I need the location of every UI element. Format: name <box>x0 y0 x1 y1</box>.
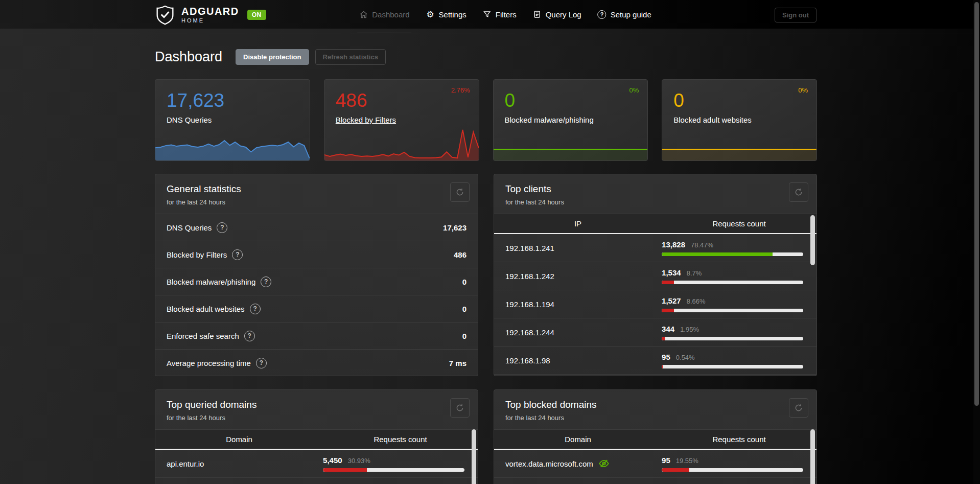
requests-count: 1,534 <box>662 268 681 277</box>
stat-label: DNS Queries? <box>167 222 227 233</box>
nav-item-dashboard[interactable]: Dashboard <box>359 10 409 19</box>
stat-label: Blocked malware/phishing? <box>167 276 271 287</box>
progress-bar <box>662 252 803 256</box>
client-ip[interactable]: 192.168.1.241 <box>505 244 554 252</box>
stat-row: Blocked malware/phishing? 0 <box>155 268 478 295</box>
refresh-panel-button[interactable] <box>789 182 808 202</box>
column-header-ip: IP <box>494 219 662 228</box>
requests-percent: 78.47% <box>691 241 713 249</box>
requests-percent: 1.95% <box>680 326 699 333</box>
nav-item-label: Dashboard <box>372 10 409 19</box>
top-navigation: Dashboard ⚙ Settings Filters <box>359 0 651 29</box>
progress-bar-fill <box>662 252 773 256</box>
eye-off-icon[interactable] <box>598 458 610 469</box>
help-icon[interactable]: ? <box>250 304 261 314</box>
help-icon[interactable]: ? <box>232 249 243 260</box>
page-header: Dashboard Disable protection Refresh sta… <box>155 49 817 65</box>
shield-check-icon <box>155 4 175 26</box>
blocked-malware-sparkline <box>494 129 648 160</box>
brand-name: ADGUARD <box>181 6 239 16</box>
stat-value: 0 <box>462 332 466 340</box>
stat-label-text: Blocked by Filters <box>167 250 227 259</box>
blocked-filters-percent: 2.76% <box>451 86 470 94</box>
panel-scrollbar-thumb[interactable] <box>810 429 815 484</box>
blocked-adult-label[interactable]: Blocked adult websites <box>673 116 752 124</box>
stat-label: Blocked by Filters? <box>167 249 243 260</box>
stat-value: 17,623 <box>443 223 466 232</box>
table-row: vortex.data.microsoft.com 9519.55% <box>494 450 816 478</box>
panel-subtitle: for the last 24 hours <box>167 414 466 422</box>
panel-scrollbar-thumb[interactable] <box>472 429 476 484</box>
progress-bar-fill <box>662 468 689 472</box>
brand-logo[interactable]: ADGUARD HOME ON <box>155 4 266 26</box>
card-blocked-malware: 0 Blocked malware/phishing 0% <box>493 79 648 161</box>
sign-out-button[interactable]: Sign out <box>775 8 816 22</box>
brand-subtitle: HOME <box>181 18 239 24</box>
protection-status-badge: ON <box>247 10 266 20</box>
dns-queries-label[interactable]: DNS Queries <box>167 116 212 124</box>
nav-item-setup-guide[interactable]: ? Setup guide <box>598 10 651 19</box>
column-header-domain: Domain <box>494 435 662 444</box>
browser-scrollbar-thumb[interactable] <box>974 2 979 406</box>
adguard-home-dashboard: ADGUARD HOME ON Dashboard ⚙ Settings <box>0 0 980 484</box>
refresh-icon <box>455 403 464 412</box>
requests-count: 95 <box>662 456 670 465</box>
stat-cards: 17,623 DNS Queries 486 Blocked by Filter… <box>155 79 817 161</box>
client-ip[interactable]: 192.168.1.98 <box>505 356 550 365</box>
bottom-panels: Top queried domains for the last 24 hour… <box>155 389 817 484</box>
document-icon <box>533 10 542 19</box>
requests-percent: 19.55% <box>676 457 698 465</box>
progress-bar <box>662 365 803 368</box>
help-icon[interactable]: ? <box>261 276 271 287</box>
client-ip[interactable]: 192.168.1.244 <box>505 328 554 337</box>
column-header-requests: Requests count <box>662 219 816 228</box>
blocked-filters-link[interactable]: Blocked by Filters <box>336 116 396 124</box>
top-blocked-domains-panel: Top blocked domains for the last 24 hour… <box>494 389 817 484</box>
panel-header: Top blocked domains for the last 24 hour… <box>494 390 816 429</box>
nav-item-label: Query Log <box>546 10 581 19</box>
refresh-icon <box>794 188 803 197</box>
help-icon[interactable]: ? <box>217 222 227 233</box>
column-header-requests: Requests count <box>662 435 816 444</box>
disable-protection-button[interactable]: Disable protection <box>236 49 309 65</box>
stat-row: Enforced safe search? 0 <box>155 322 478 349</box>
nav-item-query-log[interactable]: Query Log <box>533 10 581 19</box>
panel-scrollbar-thumb[interactable] <box>810 215 815 265</box>
nav-item-filters[interactable]: Filters <box>483 10 517 19</box>
stat-label-text: Enforced safe search <box>167 332 239 340</box>
table-header: Domain Requests count <box>494 429 816 450</box>
funnel-icon <box>483 10 492 19</box>
dns-queries-sparkline <box>155 129 310 160</box>
column-header-domain: Domain <box>155 435 323 444</box>
blocked-adult-value: 0 <box>673 91 816 110</box>
help-icon[interactable]: ? <box>256 358 267 368</box>
refresh-statistics-button[interactable]: Refresh statistics <box>315 49 386 65</box>
refresh-panel-button[interactable] <box>789 398 808 418</box>
client-ip[interactable]: 192.168.1.194 <box>505 300 554 309</box>
stat-label-text: Average processing time <box>167 359 251 367</box>
refresh-panel-button[interactable] <box>450 182 470 202</box>
table-row: 192.168.1.241 13,82878.47% <box>494 234 816 262</box>
help-icon[interactable]: ? <box>244 331 255 341</box>
requests-percent: 30.93% <box>348 457 370 465</box>
requests-percent: 0.54% <box>676 354 695 361</box>
page-title: Dashboard <box>155 49 222 65</box>
table-header: IP Requests count <box>494 214 816 234</box>
top-queried-domains-panel: Top queried domains for the last 24 hour… <box>155 389 478 484</box>
stat-row: Blocked by Filters? 486 <box>155 241 478 268</box>
panel-header: Top clients for the last 24 hours <box>494 174 816 214</box>
panel-title: Top queried domains <box>167 399 466 410</box>
stat-row: Average processing time? 7 ms <box>155 349 478 376</box>
nav-item-settings[interactable]: ⚙ Settings <box>426 10 466 19</box>
blocked-malware-label[interactable]: Blocked malware/phishing <box>505 116 594 124</box>
refresh-panel-button[interactable] <box>450 398 470 418</box>
question-circle-icon: ? <box>598 10 606 19</box>
panel-title: General statistics <box>167 183 466 195</box>
panel-title: Top blocked domains <box>505 399 805 410</box>
blocked-domain[interactable]: vortex.data.microsoft.com <box>505 459 593 468</box>
queried-domain[interactable]: api.entur.io <box>167 459 204 468</box>
stat-label: Blocked adult websites? <box>167 304 261 314</box>
client-ip[interactable]: 192.168.1.242 <box>505 272 554 281</box>
column-header-requests: Requests count <box>323 435 478 444</box>
requests-count: 13,828 <box>662 240 685 249</box>
